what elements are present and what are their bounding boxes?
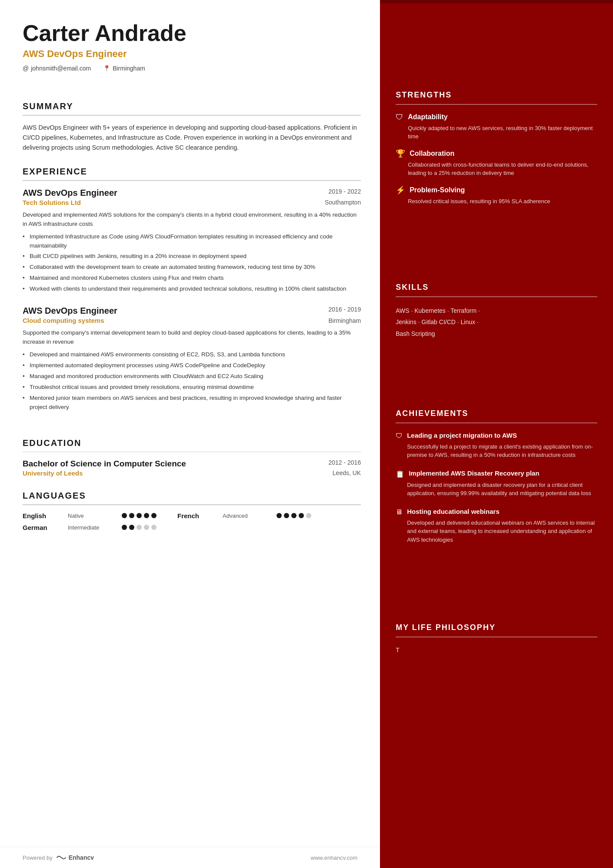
- email-contact: @ johnsmith@email.com: [23, 65, 91, 72]
- lang-english: English Native French Advanced: [23, 512, 361, 519]
- job-2-header: AWS DevOps Engineer 2016 - 2019: [23, 306, 361, 316]
- job-1-header: AWS DevOps Engineer 2019 - 2022: [23, 188, 361, 198]
- resume-page: Carter Andrade AWS DevOps Engineer @ joh…: [0, 0, 613, 868]
- skills-divider: [396, 296, 597, 297]
- location-value: Birmingham: [113, 65, 145, 72]
- edu-location: Leeds, UK: [333, 469, 361, 477]
- job-1-dates: 2019 - 2022: [328, 188, 361, 195]
- languages-title: LANGUAGES: [23, 491, 361, 501]
- education-section: EDUCATION Bachelor of Science in Compute…: [23, 424, 361, 477]
- job-1-desc: Developed and implemented AWS solutions …: [23, 211, 361, 229]
- summary-section: SUMMARY AWS DevOps Engineer with 5+ year…: [23, 87, 361, 153]
- dot: [129, 513, 134, 518]
- job-2-title: AWS DevOps Engineer: [23, 306, 117, 316]
- achievement-1-desc: Successfully led a project to migrate a …: [396, 442, 597, 459]
- lang-german: German Intermediate: [23, 524, 361, 531]
- job-2: AWS DevOps Engineer 2016 - 2019 Cloud co…: [23, 306, 361, 412]
- strength-collaboration-row: 🏆 Collaboration: [396, 149, 597, 158]
- achievement-2-title: Implemented AWS Disaster Recovery plan: [409, 469, 539, 478]
- dot: [129, 525, 134, 530]
- candidate-title: AWS DevOps Engineer: [23, 48, 361, 60]
- lang-english-dots: [122, 513, 157, 518]
- lang-english-name: English: [23, 512, 57, 519]
- dot: [151, 525, 157, 530]
- email-value: johnsmith@email.com: [31, 65, 91, 72]
- lang-german-level: Intermediate: [68, 524, 111, 531]
- dot: [122, 513, 127, 518]
- problem-solving-desc: Resolved critical issues, resulting in 9…: [396, 197, 597, 206]
- edu-dates: 2012 - 2016: [328, 459, 361, 466]
- dot: [144, 513, 149, 518]
- strength-problem-solving-row: ⚡ Problem-Solving: [396, 185, 597, 195]
- education-title: EDUCATION: [23, 438, 361, 448]
- achievement-3: 🖥 Hosting educational webinars Developed…: [396, 507, 597, 544]
- edu-school-row: University of Leeds Leeds, UK: [23, 469, 361, 477]
- achievements-section: ACHIEVEMENTS 🛡 Leading a project migrati…: [396, 339, 597, 553]
- dot: [291, 513, 297, 518]
- experience-section: EXPERIENCE AWS DevOps Engineer 2019 - 20…: [23, 153, 361, 424]
- problem-solving-title: Problem-Solving: [410, 186, 465, 194]
- lang-english-level: Native: [68, 513, 111, 519]
- skills-line-3: Bash Scripting: [396, 328, 597, 340]
- education-divider: [23, 452, 361, 452]
- job-1-bullets: Implemented Infrastructure as Code using…: [23, 232, 361, 294]
- email-icon: @: [23, 65, 29, 72]
- bullet-item: Implemented Infrastructure as Code using…: [23, 232, 361, 251]
- job-1-location: Southampton: [325, 199, 361, 206]
- enhancv-logo: Enhancv: [56, 854, 94, 861]
- lang-german-name: German: [23, 524, 57, 531]
- job-2-company: Cloud computing systems: [23, 317, 104, 324]
- dot: [284, 513, 289, 518]
- job-2-dates: 2016 - 2019: [328, 306, 361, 313]
- location-icon: 📍: [103, 65, 110, 72]
- experience-title: EXPERIENCE: [23, 167, 361, 177]
- philosophy-text: T: [396, 645, 597, 655]
- philosophy-title: MY LIFE PHILOSOPHY: [396, 623, 597, 632]
- experience-divider: [23, 180, 361, 181]
- footer-url: www.enhancv.com: [311, 855, 357, 861]
- achievement-3-row: 🖥 Hosting educational webinars: [396, 507, 597, 516]
- strength-collaboration: 🏆 Collaboration Collaborated with cross-…: [396, 149, 597, 178]
- problem-solving-icon: ⚡: [396, 185, 405, 195]
- achievement-3-title: Hosting educational webinars: [407, 507, 500, 516]
- edu-school: University of Leeds: [23, 469, 83, 477]
- philosophy-divider: [396, 637, 597, 637]
- adaptability-desc: Quickly adapted to new AWS services, res…: [396, 124, 597, 141]
- job-2-desc: Supported the company's internal develop…: [23, 328, 361, 347]
- summary-title: SUMMARY: [23, 101, 361, 111]
- achievements-title: ACHIEVEMENTS: [396, 409, 597, 418]
- right-column: STRENGTHS 🛡 Adaptability Quickly adapted…: [380, 0, 613, 868]
- dot: [277, 513, 282, 518]
- left-column: Carter Andrade AWS DevOps Engineer @ joh…: [0, 0, 380, 868]
- skills-title: SKILLS: [396, 283, 597, 292]
- skills-line-2: Jenkins · Gitlab CI/CD · Linux ·: [396, 316, 597, 328]
- dot: [151, 513, 157, 518]
- dot: [306, 513, 311, 518]
- summary-text: AWS DevOps Engineer with 5+ years of exp…: [23, 123, 361, 153]
- job-1-company-row: Tech Solutions Ltd Southampton: [23, 199, 361, 206]
- bullet-item: Troubleshot critical issues and provided…: [23, 383, 361, 392]
- contact-info: @ johnsmith@email.com 📍 Birmingham: [23, 65, 361, 72]
- languages-section: LANGUAGES English Native French Advanced: [23, 477, 361, 536]
- strength-adaptability: 🛡 Adaptability Quickly adapted to new AW…: [396, 113, 597, 141]
- footer: Powered by Enhancv www.enhancv.com: [0, 847, 380, 868]
- achievement-3-icon: 🖥: [396, 508, 403, 516]
- skills-line-1: AWS · Kubernetes · Terraform ·: [396, 305, 597, 317]
- strengths-section: STRENGTHS 🛡 Adaptability Quickly adapted…: [396, 21, 597, 213]
- bullet-item: Collaborated with the development team t…: [23, 263, 361, 272]
- bullet-item: Developed and maintained AWS environment…: [23, 350, 361, 359]
- lang-french-name: French: [177, 512, 212, 519]
- languages-divider: [23, 504, 361, 505]
- achievement-1-icon: 🛡: [396, 432, 403, 440]
- achievement-1-row: 🛡 Leading a project migration to AWS: [396, 431, 597, 440]
- job-1-company: Tech Solutions Ltd: [23, 199, 81, 206]
- lang-french-dots: [277, 513, 311, 518]
- lang-french-level: Advanced: [223, 513, 266, 519]
- bullet-item: Built CI/CD pipelines with Jenkins, resu…: [23, 252, 361, 261]
- achievement-2-row: 📋 Implemented AWS Disaster Recovery plan: [396, 469, 597, 478]
- collaboration-icon: 🏆: [396, 149, 405, 158]
- job-2-company-row: Cloud computing systems Birmingham: [23, 317, 361, 324]
- enhancv-logo-icon: [56, 855, 67, 861]
- achievements-divider: [396, 422, 597, 423]
- summary-divider: [23, 115, 361, 116]
